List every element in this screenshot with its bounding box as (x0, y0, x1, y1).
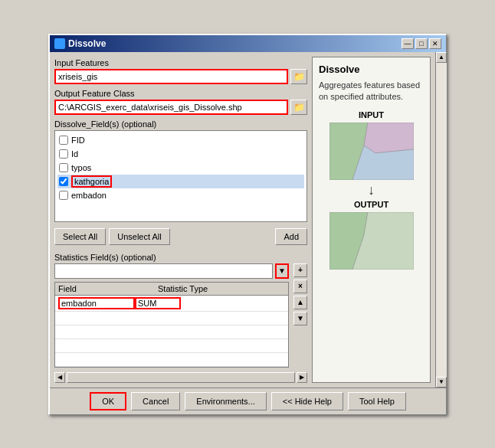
content-area: Input Features 📁 Output Feature Class 📁 (50, 52, 435, 388)
statistics-empty-row (55, 339, 288, 353)
main-layout: Input Features 📁 Output Feature Class 📁 (50, 52, 446, 388)
output-diagram-label: OUTPUT (354, 200, 388, 209)
statistics-label: Statistics Field(s) (optional) (54, 253, 307, 262)
stats-down-button[interactable]: ▼ (293, 312, 307, 325)
vertical-scrollbar: ▲ ▼ (435, 52, 446, 388)
dissolve-field-checkbox[interactable] (59, 177, 68, 186)
type-column-header: Statistic Type (158, 284, 285, 293)
stats-up-button[interactable]: ▲ (293, 296, 307, 309)
scroll-up-arrow[interactable]: ▲ (436, 52, 447, 63)
close-button[interactable]: ✕ (429, 38, 441, 49)
title-text: Dissolve (54, 38, 106, 49)
field-column-header: Field (58, 284, 158, 293)
dissolve-field-checkbox[interactable] (59, 163, 68, 172)
window-icon (54, 38, 65, 49)
left-panel: Input Features 📁 Output Feature Class 📁 (54, 57, 307, 383)
unselect-all-button[interactable]: Unselect All (109, 228, 169, 245)
input-features-field[interactable] (54, 69, 288, 84)
bottom-bar: OK Cancel Environments... << Hide Help T… (50, 388, 446, 414)
title-bar: Dissolve — □ ✕ (50, 35, 446, 52)
statistics-table: Field Statistic Type embadonSUM (54, 282, 289, 368)
input-diagram-label: INPUT (359, 110, 384, 119)
statistics-table-wrap: ▼ Field Statistic Type embadonSUM (54, 263, 289, 368)
dissolve-field-name: typos (71, 163, 91, 172)
help-description: Aggregates features based on specified a… (319, 80, 424, 103)
diagram-arrow-down: ↓ (368, 183, 375, 197)
dissolve-field-item[interactable]: kathgoria (57, 175, 304, 188)
input-features-row: 📁 (54, 69, 307, 84)
hide-help-button[interactable]: << Hide Help (271, 392, 343, 410)
statistics-field-cell: embadon (58, 297, 135, 309)
input-diagram (329, 123, 414, 180)
dissolve-field-name: Id (71, 149, 78, 159)
statistics-input-field[interactable] (54, 263, 273, 279)
dissolve-fields-group: Dissolve_Field(s) (optional) FIDIdtyposk… (54, 118, 307, 222)
statistics-table-header: Field Statistic Type (55, 283, 288, 296)
statistics-side-buttons: + × ▲ ▼ (293, 263, 307, 325)
selection-buttons-row: Select All Unselect All Add (54, 228, 307, 245)
cancel-button[interactable]: Cancel (131, 392, 180, 410)
dissolve-field-name: FID (71, 136, 85, 145)
statistics-main-row: ▼ Field Statistic Type embadonSUM (54, 263, 307, 368)
stats-remove-button[interactable]: × (293, 280, 307, 293)
output-feature-class-group: Output Feature Class 📁 (54, 87, 307, 115)
environments-button[interactable]: Environments... (185, 392, 266, 410)
tool-help-button[interactable]: Tool Help (348, 392, 406, 410)
help-panel: Dissolve Aggregates features based on sp… (312, 57, 431, 383)
dissolve-field-item[interactable]: embadon (57, 188, 304, 202)
dissolve-field-checkbox[interactable] (59, 136, 68, 145)
diagram-area: INPUT ↓ OUTPUT (319, 110, 424, 270)
output-diagram (329, 212, 414, 270)
dissolve-field-name: kathgoria (71, 175, 112, 188)
horizontal-scrollbar-track[interactable] (67, 372, 295, 383)
dissolve-field-item[interactable]: Id (57, 147, 304, 161)
scroll-track[interactable] (436, 63, 447, 377)
statistics-row: embadonSUM (55, 296, 288, 312)
dissolve-field-item[interactable]: FID (57, 133, 304, 147)
main-content: Input Features 📁 Output Feature Class 📁 (50, 52, 435, 388)
statistics-type-cell: SUM (135, 297, 181, 309)
statistics-input-row: ▼ (54, 263, 289, 279)
maximize-button[interactable]: □ (415, 38, 428, 49)
statistics-dropdown-button[interactable]: ▼ (275, 263, 289, 279)
dissolve-field-checkbox[interactable] (59, 191, 68, 200)
dissolve-fields-label: Dissolve_Field(s) (optional) (54, 119, 307, 129)
input-features-label: Input Features (54, 58, 307, 67)
horizontal-scrollbar-area: ◀ ▶ (54, 372, 307, 383)
scroll-right-arrow[interactable]: ▶ (297, 372, 307, 383)
input-features-browse[interactable]: 📁 (290, 69, 307, 84)
output-feature-class-browse[interactable]: 📁 (290, 100, 307, 115)
stats-add-button[interactable]: + (293, 263, 307, 277)
select-all-button[interactable]: Select All (54, 228, 106, 245)
dissolve-dialog: Dissolve — □ ✕ Input Features 📁 (48, 34, 447, 415)
scroll-left-arrow[interactable]: ◀ (54, 372, 65, 383)
add-button[interactable]: Add (275, 228, 307, 245)
minimize-button[interactable]: — (402, 38, 414, 49)
window-title: Dissolve (68, 38, 106, 49)
input-features-group: Input Features 📁 (54, 57, 307, 84)
output-feature-class-label: Output Feature Class (54, 89, 307, 98)
help-title: Dissolve (319, 64, 424, 75)
statistics-empty-row (55, 325, 288, 339)
output-feature-class-field[interactable] (54, 100, 288, 115)
ok-button[interactable]: OK (90, 392, 126, 410)
dissolve-field-name: embadon (71, 191, 107, 200)
dissolve-fields-list: FIDIdtyposkathgoriaembadon (54, 130, 307, 222)
scroll-down-arrow[interactable]: ▼ (436, 377, 447, 388)
output-feature-class-row: 📁 (54, 100, 307, 115)
statistics-empty-row (55, 312, 288, 325)
statistics-rows: embadonSUM (55, 296, 288, 367)
dissolve-field-item[interactable]: typos (57, 161, 304, 175)
statistics-empty-row (55, 353, 288, 367)
dissolve-field-checkbox[interactable] (59, 149, 68, 159)
title-bar-buttons: — □ ✕ (402, 38, 441, 49)
statistics-area: Statistics Field(s) (optional) ▼ (54, 251, 307, 368)
